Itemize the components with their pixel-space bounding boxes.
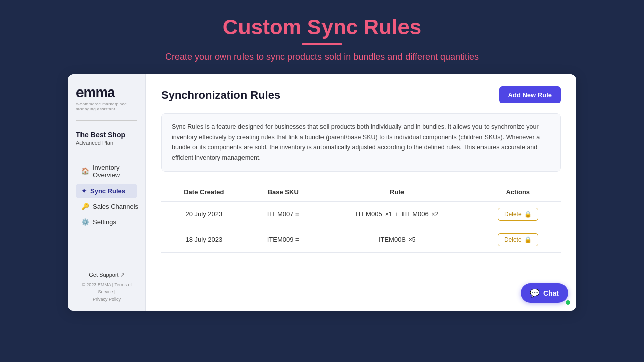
sidebar-item-sync-rules-label: Sync Rules xyxy=(90,187,125,195)
app-container: emma e-commerce marketplace managing ass… xyxy=(68,74,576,311)
row2-base-sku: ITEM009 = xyxy=(247,227,319,252)
col-date-created: Date Created xyxy=(161,183,247,201)
title-underline xyxy=(302,43,342,45)
col-base-sku: Base SKU xyxy=(247,183,319,201)
row1-rule-sku2: ITEM006 xyxy=(402,210,429,218)
logo-area: emma e-commerce marketplace managing ass… xyxy=(76,84,137,121)
row1-base-sku: ITEM007 = xyxy=(247,201,319,227)
main-header: Synchronization Rules Add New Rule xyxy=(161,86,561,103)
sidebar-item-settings-label: Settings xyxy=(93,218,116,226)
page-title: Custom Sync Rules xyxy=(165,15,479,39)
sidebar-item-inventory-label: InventoryOverview xyxy=(93,164,120,179)
row1-rule-plus: + xyxy=(395,210,399,218)
delete-button-row1[interactable]: Delete 🔒 xyxy=(498,208,538,221)
shop-name: The Best Shop xyxy=(76,131,137,139)
row1-actions: Delete 🔒 xyxy=(474,201,561,227)
add-new-rule-button[interactable]: Add New Rule xyxy=(499,86,561,103)
delete-button-row2[interactable]: Delete 🔒 xyxy=(498,233,538,246)
page-subtitle: Create your own rules to sync products s… xyxy=(165,52,479,62)
row1-rule: ITEM005 ×1 + ITEM006 ×2 xyxy=(319,201,475,227)
chat-label: Chat xyxy=(543,289,559,297)
sidebar: emma e-commerce marketplace managing ass… xyxy=(68,74,146,311)
info-box: Sync Rules is a feature designed for bus… xyxy=(161,113,561,172)
row2-rule-sku1: ITEM008 xyxy=(379,236,406,243)
sales-channels-icon: 🔑 xyxy=(81,203,89,210)
privacy-link[interactable]: Privacy Policy xyxy=(93,297,121,302)
row1-rule-mult1: ×1 xyxy=(385,211,392,218)
get-support-link[interactable]: Get Support ↗ xyxy=(76,272,137,278)
sidebar-item-settings[interactable]: ⚙️ Settings xyxy=(76,215,137,229)
footer-links: © 2023 EMMA | Terms of Service | Privacy… xyxy=(76,281,137,303)
delete-icon-row2: 🔒 xyxy=(524,236,532,243)
chat-online-indicator xyxy=(566,300,570,305)
rules-table: Date Created Base SKU Rule Actions 20 Ju… xyxy=(161,183,561,253)
sidebar-item-sales-channels-label: Sales Channels xyxy=(93,203,138,210)
row2-rule: ITEM008 ×5 xyxy=(319,227,475,252)
table-row: 18 July 2023 ITEM009 = ITEM008 ×5 Delete… xyxy=(161,227,561,252)
row2-rule-mult1: ×5 xyxy=(409,236,416,243)
sidebar-item-sales-channels[interactable]: 🔑 Sales Channels xyxy=(76,199,137,214)
inventory-icon: 🏠 xyxy=(81,167,89,175)
sidebar-item-sync-rules[interactable]: ✦ Sync Rules xyxy=(76,184,137,198)
chat-icon: 💬 xyxy=(530,288,540,298)
chat-button[interactable]: 💬 Chat xyxy=(521,283,568,303)
delete-icon-row1: 🔒 xyxy=(524,211,532,218)
col-rule: Rule xyxy=(319,183,475,201)
row1-rule-sku1: ITEM005 xyxy=(356,210,382,218)
settings-icon: ⚙️ xyxy=(81,218,89,226)
row1-rule-mult2: ×2 xyxy=(432,211,439,218)
row2-actions: Delete 🔒 xyxy=(474,227,561,252)
col-actions: Actions xyxy=(474,183,561,201)
sync-rules-icon: ✦ xyxy=(81,187,87,195)
shop-plan: Advanced Plan xyxy=(76,140,137,153)
logo: emma xyxy=(76,84,137,101)
table-row: 20 July 2023 ITEM007 = ITEM005 ×1 + ITEM… xyxy=(161,201,561,227)
logo-tagline: e-commerce marketplace managing assistan… xyxy=(76,102,137,112)
page-header: Custom Sync Rules Create your own rules … xyxy=(165,15,479,62)
sidebar-footer: Get Support ↗ © 2023 EMMA | Terms of Ser… xyxy=(76,264,137,303)
sidebar-item-inventory[interactable]: 🏠 InventoryOverview xyxy=(76,160,137,183)
row1-date: 20 July 2023 xyxy=(161,201,247,227)
copyright: © 2023 EMMA xyxy=(82,282,111,287)
table-header-row: Date Created Base SKU Rule Actions xyxy=(161,183,561,201)
main-content-title: Synchronization Rules xyxy=(161,88,280,102)
main-content: Synchronization Rules Add New Rule Sync … xyxy=(146,74,576,311)
sidebar-nav: 🏠 InventoryOverview ✦ Sync Rules 🔑 Sales… xyxy=(76,160,137,230)
row2-date: 18 July 2023 xyxy=(161,227,247,252)
